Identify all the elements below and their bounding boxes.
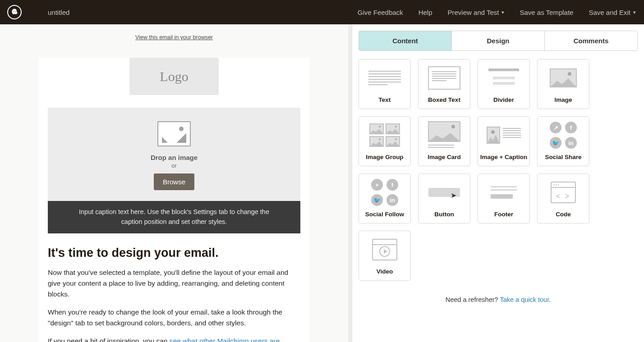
block-text[interactable]: Text	[359, 59, 411, 109]
image-icon	[550, 68, 577, 87]
browse-button[interactable]: Browse	[154, 173, 194, 190]
panel-tabs: Content Design Comments	[359, 31, 638, 51]
view-in-browser-link[interactable]: View this email in your browser	[135, 34, 213, 41]
drop-image-label: Drop an image	[48, 154, 300, 161]
block-footer[interactable]: Footer	[478, 173, 530, 223]
block-social-share[interactable]: ↗f🐦in Social Share	[537, 116, 589, 166]
email-paragraph[interactable]: If you need a bit of inspiration, you ca…	[39, 332, 309, 342]
email-paragraph[interactable]: When you're ready to change the look of …	[39, 303, 309, 332]
image-card-icon	[428, 121, 460, 149]
social-share-icon: ↗f🐦in	[550, 122, 577, 149]
code-icon: ●●●< >	[551, 182, 576, 203]
block-image-group[interactable]: Image Group	[359, 116, 411, 166]
logo-placeholder[interactable]: Logo	[129, 58, 219, 95]
save-as-template-link[interactable]: Save as Template	[520, 9, 573, 16]
boxed-text-icon	[428, 66, 460, 90]
block-image-caption[interactable]: Image + Caption	[478, 116, 530, 166]
image-caption-icon	[487, 127, 521, 144]
image-placeholder-icon	[157, 121, 191, 146]
tab-design[interactable]: Design	[452, 31, 545, 50]
email-paragraph[interactable]: Now that you've selected a template, you…	[39, 264, 309, 303]
block-social-follow[interactable]: +f🐦in Social Follow	[359, 173, 411, 223]
email-canvas[interactable]: View this email in your browser Logo Dro…	[0, 24, 348, 342]
content-blocks-grid: Text Boxed Text Divider Image Image Grou…	[352, 59, 644, 281]
mailchimp-logo-icon[interactable]	[7, 5, 22, 19]
help-link[interactable]: Help	[419, 9, 432, 16]
quick-tour-link[interactable]: Take a quick tour	[500, 296, 549, 303]
email-heading[interactable]: It's time to design your email.	[39, 233, 309, 264]
button-icon: ➤	[428, 188, 460, 197]
text-lines-icon	[368, 69, 401, 87]
document-title[interactable]: untitled	[48, 9, 69, 16]
video-icon	[372, 239, 397, 260]
block-image[interactable]: Image	[537, 59, 589, 109]
top-bar: untitled Give Feedback Help Preview and …	[0, 0, 644, 24]
side-panel: Content Design Comments Text Boxed Text …	[352, 24, 644, 342]
block-boxed-text[interactable]: Boxed Text	[418, 59, 470, 109]
image-group-icon	[369, 123, 400, 147]
block-divider[interactable]: Divider	[478, 59, 530, 109]
divider-icon	[488, 68, 519, 87]
block-image-card[interactable]: Image Card	[418, 116, 470, 166]
block-video[interactable]: Video	[359, 231, 411, 281]
chevron-down-icon: ▾	[633, 9, 636, 15]
preview-test-menu[interactable]: Preview and Test▾	[448, 9, 505, 16]
tab-comments[interactable]: Comments	[545, 31, 637, 50]
panel-divider[interactable]	[348, 24, 352, 342]
cursor-icon: ➤	[451, 191, 456, 200]
give-feedback-link[interactable]: Give Feedback	[358, 9, 403, 16]
save-and-exit-menu[interactable]: Save and Exit▾	[589, 9, 636, 16]
footer-icon	[491, 184, 517, 201]
chevron-down-icon: ▾	[501, 9, 504, 15]
tab-content[interactable]: Content	[359, 31, 452, 50]
block-button[interactable]: ➤ Button	[418, 173, 470, 223]
refresher-hint: Need a refresher? Take a quick tour.	[352, 281, 644, 312]
block-code[interactable]: ●●●< > Code	[537, 173, 589, 223]
image-caption-block[interactable]: Input caption text here. Use the block's…	[48, 201, 300, 233]
or-label: or	[48, 162, 300, 169]
social-follow-icon: +f🐦in	[371, 179, 398, 206]
image-drop-zone[interactable]: Drop an image or Browse	[48, 108, 300, 201]
